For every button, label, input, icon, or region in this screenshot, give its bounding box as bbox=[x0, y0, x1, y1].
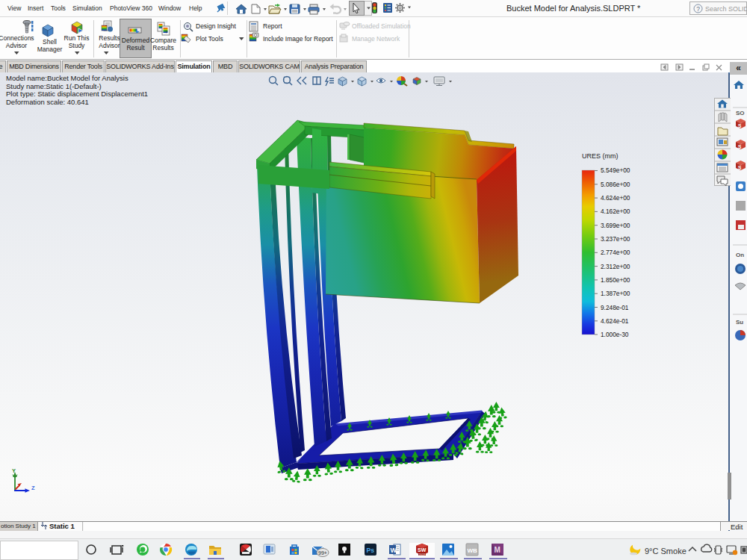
svg-text:4.624e+00: 4.624e+00 bbox=[601, 194, 630, 202]
svg-text:4.162e+00: 4.162e+00 bbox=[601, 208, 630, 215]
svg-text:Ps: Ps bbox=[367, 547, 375, 554]
svg-text:Y: Y bbox=[12, 467, 16, 474]
svg-text:SO: SO bbox=[736, 110, 745, 116]
svg-text:4.624e-01: 4.624e-01 bbox=[601, 317, 629, 325]
svg-text:1.850e+00: 1.850e+00 bbox=[601, 276, 630, 284]
svg-text:S: S bbox=[738, 144, 742, 149]
svg-text:Z: Z bbox=[31, 485, 35, 491]
svg-text:1.000e-30: 1.000e-30 bbox=[601, 331, 629, 338]
svg-text:S: S bbox=[738, 165, 742, 170]
svg-text:M: M bbox=[495, 546, 500, 554]
svg-text:1.387e+00: 1.387e+00 bbox=[601, 290, 630, 297]
svg-text:URES (mm): URES (mm) bbox=[582, 152, 619, 160]
svg-text:Su: Su bbox=[736, 319, 743, 326]
svg-text:3.699e+00: 3.699e+00 bbox=[601, 222, 630, 229]
svg-text:?: ? bbox=[696, 5, 700, 13]
svg-text:9°C Smoke: 9°C Smoke bbox=[645, 547, 686, 556]
svg-text:W: W bbox=[391, 547, 397, 554]
svg-text:SW: SW bbox=[418, 547, 427, 553]
svg-text:3.237e+00: 3.237e+00 bbox=[601, 235, 630, 243]
svg-text:2019: 2019 bbox=[419, 553, 427, 556]
svg-text:On: On bbox=[736, 252, 744, 258]
svg-text:S: S bbox=[738, 123, 742, 128]
svg-text:2.774e+00: 2.774e+00 bbox=[601, 249, 630, 256]
svg-text:9.248e-01: 9.248e-01 bbox=[601, 304, 629, 311]
svg-text:5.549e+00: 5.549e+00 bbox=[601, 167, 630, 174]
svg-text:99+: 99+ bbox=[318, 550, 327, 556]
svg-text:5.086e+00: 5.086e+00 bbox=[601, 181, 630, 188]
svg-text:WB: WB bbox=[468, 547, 478, 554]
svg-text:2.312e+00: 2.312e+00 bbox=[601, 263, 630, 270]
